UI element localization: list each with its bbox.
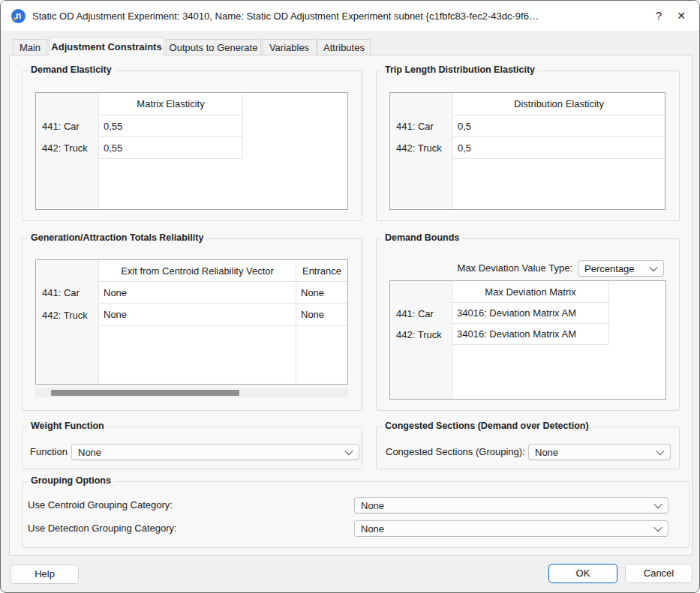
demand-bounds-table: Max Deviation Matrix 441: Car 34016: Dev…	[389, 280, 666, 400]
combo-value: None	[361, 500, 650, 511]
group-title: Grouping Options	[28, 475, 114, 486]
dialog-window: n Static OD Adjustment Experiment: 34010…	[0, 0, 700, 593]
column-header-max-deviation-matrix: Max Deviation Matrix	[452, 281, 609, 303]
table-blank	[390, 159, 453, 209]
row-header-441-car: 441: Car	[36, 115, 99, 137]
cell-exit-reliability-truck[interactable]: None	[99, 304, 296, 326]
table-blank	[243, 93, 347, 115]
table-blank	[99, 326, 296, 384]
group-title: Trip Length Distribution Elasticity	[382, 64, 538, 75]
cancel-button[interactable]: Cancel	[625, 564, 692, 583]
use-centroid-grouping-category-label: Use Centroid Grouping Category:	[28, 497, 173, 514]
table-blank	[609, 303, 665, 324]
column-header-distribution-elasticity: Distribution Elasticity	[453, 93, 665, 115]
cell-matrix-elasticity-truck[interactable]: 0,55	[99, 137, 243, 159]
table-corner	[36, 260, 99, 282]
ok-button[interactable]: OK	[548, 564, 617, 583]
table-corner	[36, 93, 99, 115]
window-title: Static OD Adjustment Experiment: 34010, …	[32, 10, 648, 22]
use-centroid-grouping-category-select[interactable]: None	[354, 497, 668, 514]
table-blank	[453, 159, 665, 209]
column-header-matrix-elasticity: Matrix Elasticity	[99, 93, 243, 115]
use-detection-grouping-category-select[interactable]: None	[354, 520, 668, 537]
demand-elasticity-table: Matrix Elasticity 441: Car 0,55 442: Tru…	[35, 92, 348, 210]
cell-exit-reliability-car[interactable]: None	[99, 282, 296, 304]
table-blank	[296, 326, 347, 384]
max-deviation-value-type-label: Max Deviation Value Type:	[389, 260, 572, 277]
table-corner	[390, 93, 453, 115]
chevron-down-icon	[653, 523, 662, 532]
trip-length-table: Distribution Elasticity 441: Car 0,5 442…	[389, 92, 665, 210]
use-detection-grouping-category-label: Use Detection Grouping Category:	[28, 520, 177, 537]
cell-matrix-elasticity-car[interactable]: 0,55	[99, 115, 243, 137]
cell-max-deviation-car[interactable]: 34016: Deviation Matrix AM	[452, 303, 609, 324]
group-grouping-options: Grouping Options	[22, 481, 689, 548]
generation-attraction-table: Exit from Centroid Reliability Vector En…	[35, 259, 348, 385]
congested-sections-grouping-select[interactable]: None	[528, 444, 671, 460]
chevron-down-icon	[656, 447, 664, 455]
congested-sections-grouping-label: Congested Sections (Grouping):	[386, 444, 525, 460]
table-blank	[390, 345, 452, 399]
combo-value: None	[361, 523, 650, 535]
column-header-exit-reliability: Exit from Centroid Reliability Vector	[99, 260, 296, 282]
table-blank	[243, 137, 347, 159]
titlebar-help-button[interactable]: ?	[648, 1, 669, 31]
table-blank	[609, 281, 665, 303]
column-header-entrance-reliability: Entrance	[296, 260, 347, 282]
group-title: Demand Elasticity	[28, 64, 115, 75]
app-logo-icon: n	[11, 9, 26, 23]
row-header-442-truck: 442: Truck	[390, 324, 452, 345]
scrollbar-thumb[interactable]	[51, 390, 239, 396]
table-blank	[36, 326, 99, 384]
logo-letter: n	[16, 10, 21, 21]
function-select[interactable]: None	[71, 444, 359, 460]
chevron-down-icon	[653, 500, 662, 508]
group-title: Congested Sections (Demand over Detectio…	[382, 421, 592, 431]
tab-attributes[interactable]: Attributes	[317, 39, 371, 55]
max-deviation-value-type-select[interactable]: Percentage	[578, 260, 664, 277]
cell-entrance-reliability-car[interactable]: None	[296, 282, 347, 304]
group-title: Generation/Attraction Totals Reliability	[28, 232, 206, 243]
tab-main[interactable]: Main	[13, 39, 47, 55]
table-blank	[609, 324, 665, 345]
table-blank	[243, 115, 347, 137]
table-blank	[99, 159, 243, 209]
title-bar: n Static OD Adjustment Experiment: 34010…	[1, 1, 699, 31]
row-header-442-truck: 442: Truck	[390, 137, 453, 159]
horizontal-scrollbar[interactable]	[35, 388, 348, 397]
chevron-down-icon	[649, 263, 657, 271]
table-blank	[243, 159, 347, 209]
row-header-441-car: 441: Car	[390, 303, 452, 324]
combo-value: Percentage	[584, 263, 646, 274]
table-blank	[452, 345, 609, 399]
group-title: Demand Bounds	[382, 232, 462, 243]
tab-outputs-to-generate[interactable]: Outputs to Generate	[166, 39, 261, 55]
row-header-441-car: 441: Car	[36, 282, 99, 304]
combo-value: None	[535, 447, 653, 458]
combo-value: None	[78, 447, 341, 458]
row-header-442-truck: 442: Truck	[36, 137, 99, 159]
table-blank	[609, 345, 665, 399]
function-label: Function	[30, 444, 68, 460]
chevron-down-icon	[344, 447, 353, 455]
row-header-441-car: 441: Car	[390, 115, 453, 137]
help-button[interactable]: Help	[11, 565, 79, 584]
table-blank	[36, 159, 99, 209]
row-header-442-truck: 442: Truck	[36, 304, 99, 326]
cell-distribution-elasticity-truck[interactable]: 0,5	[453, 137, 665, 159]
cell-entrance-reliability-truck[interactable]: None	[296, 304, 347, 326]
group-title: Weight Function	[28, 421, 107, 431]
close-icon[interactable]: ✕	[669, 1, 693, 31]
tab-adjustment-constraints[interactable]: Adjustment Constraints	[49, 37, 164, 55]
tab-variables[interactable]: Variables	[262, 39, 317, 55]
cell-distribution-elasticity-car[interactable]: 0,5	[453, 115, 665, 137]
cell-max-deviation-truck[interactable]: 34016: Deviation Matrix AM	[452, 324, 609, 345]
table-corner	[390, 281, 452, 303]
